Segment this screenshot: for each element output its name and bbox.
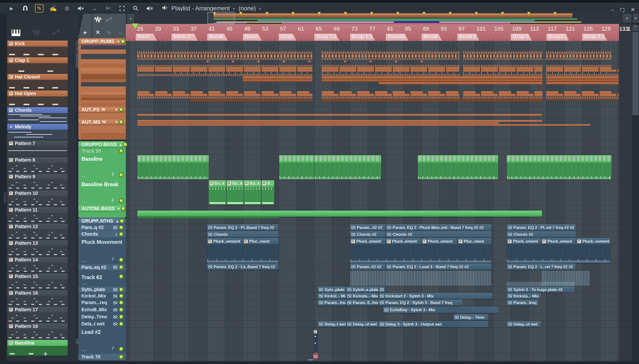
clip-chords[interactable]: Chords — [207, 231, 278, 238]
drum-clip-band[interactable] — [137, 67, 312, 70]
automation-preview-texture[interactable] — [351, 271, 491, 286]
track-mute-led[interactable] — [119, 232, 124, 236]
curve-icon[interactable]: ∿ — [107, 29, 111, 36]
track-header-aut-ms[interactable]: AUT..MS▾ — [78, 120, 126, 124]
drum-clip-band[interactable] — [322, 58, 459, 60]
track-mute-led[interactable] — [119, 107, 124, 112]
bassline-break-clip[interactable]: Ba..k — [209, 180, 226, 204]
clip-sytnh-3-to-huge-plate-2[interactable]: Sytnh 3 - To huge plate #2 — [507, 287, 575, 292]
timeline-marker-drop-2-3[interactable]: Drop 2.3 — [582, 34, 607, 40]
track-mute-led[interactable] — [123, 142, 128, 147]
timeline-bar-number[interactable]: 109 — [512, 26, 521, 32]
drum-clip-band[interactable] — [463, 94, 542, 96]
track-mute-led[interactable] — [121, 206, 126, 211]
drum-clip-band[interactable] — [137, 94, 312, 96]
track-header-chords[interactable]: Chords♪ — [78, 231, 126, 237]
clip-pluck-ement[interactable]: Pluck..ement — [422, 238, 457, 244]
timeline-marker-svuoto[interactable]: Svuoto — [386, 34, 409, 40]
timeline-bar-number[interactable]: 33 — [173, 26, 179, 32]
detach-arrow-icon[interactable]: ▶ — [8, 4, 16, 12]
timeline-bar-number[interactable]: 57 — [280, 26, 286, 32]
pattern-item-header[interactable]: Pattern 12 — [7, 224, 68, 230]
track-mute-led[interactable] — [119, 225, 124, 230]
bassline-break-clip[interactable]: Ba..k — [244, 180, 261, 204]
timeline-bar-number[interactable]: 85 — [405, 26, 411, 32]
timeline-bar-number[interactable]: 25 — [137, 26, 143, 32]
clip-pluck-ement[interactable]: Pluck..ement — [541, 238, 576, 244]
drum-clip-band[interactable] — [322, 54, 459, 58]
drum-clip-band[interactable] — [137, 74, 312, 76]
bassline-break-clip[interactable]: B.. — [262, 180, 274, 204]
track-mute-led[interactable] — [121, 39, 125, 44]
track-mute-led[interactable] — [119, 258, 124, 262]
pattern-item-header[interactable]: Bassline — [7, 340, 68, 346]
scrollbar-corner[interactable]: ▪ — [633, 14, 638, 22]
drum-clip-band[interactable] — [137, 122, 499, 124]
drum-clip-band[interactable] — [463, 52, 542, 54]
collapse-arrow-icon[interactable]: ▴ — [120, 142, 121, 147]
drum-clip-band[interactable] — [190, 99, 312, 100]
panel-drag-handle[interactable] — [4, 193, 6, 202]
clip-pluck-vement[interactable]: Pluck..vement — [576, 238, 610, 244]
track-mute-led[interactable] — [119, 355, 124, 359]
track-mute-led[interactable] — [119, 265, 124, 270]
clip-pluc-ment[interactable]: Pluc..ment — [243, 238, 278, 244]
bass-automation-bar-dark[interactable] — [137, 217, 279, 218]
drum-clip-band[interactable] — [546, 96, 618, 99]
pattern-item-header[interactable]: Pattern 15 — [7, 273, 68, 279]
collapse-arrow-icon[interactable]: ▴ — [116, 219, 118, 224]
pattern-item-header[interactable]: Pattern 11 — [7, 207, 68, 213]
drum-clip-band[interactable] — [137, 91, 312, 94]
select-tool-icon[interactable] — [118, 4, 126, 12]
drum-clip-band[interactable] — [322, 94, 459, 96]
pattern-item-header[interactable]: Pattern 10 — [7, 190, 68, 196]
h-arrows-icon[interactable]: ↔ — [118, 29, 123, 36]
clip-kicksta-mix[interactable]: Kicksta..- Mix — [346, 293, 378, 299]
clip-param-eq-2-le-band-7-freq-2[interactable]: Param. EQ 2 - Le..Band 7 freq #2 — [207, 264, 278, 270]
timeline-marker-break[interactable]: Break — [207, 34, 228, 40]
magnet-snap-icon[interactable] — [21, 4, 29, 12]
drum-clip-band[interactable] — [322, 79, 542, 82]
performance-icon[interactable] — [94, 16, 102, 24]
pattern-item-chords[interactable]: Chords — [7, 107, 68, 123]
drum-clip-band[interactable] — [137, 58, 312, 60]
pattern-item-header[interactable]: Chords — [7, 107, 68, 113]
clip-param-eq-2-pl-nd-7-freq-2-2[interactable]: Param. EQ 2 - Pl..nd 7 freq #2 #2 — [507, 224, 575, 231]
drum-clip-band[interactable] — [322, 99, 542, 100]
clip-pluck-ement[interactable]: Pluck..ement — [386, 238, 421, 244]
track-mute-led[interactable] — [119, 274, 124, 279]
timeline-bar-number[interactable]: 65 — [316, 26, 322, 32]
scroll-left-button[interactable]: ‹ — [127, 14, 134, 24]
clip-kickstart-2-sytnh-3-mix[interactable]: Kickstart 2 - Sytnh 3 - Mix — [379, 293, 493, 299]
track-header-kickst-mix[interactable]: Kickst..Mix — [78, 293, 126, 299]
timeline-bar-number[interactable]: 73 — [352, 26, 358, 32]
clip-param-2-2[interactable]: Param...#2 #2 — [350, 224, 385, 231]
drum-clip-band[interactable] — [175, 72, 312, 74]
drum-clip-band[interactable] — [322, 70, 459, 72]
drum-clip-band[interactable] — [322, 96, 459, 99]
drum-clip-band[interactable] — [322, 72, 459, 74]
track-header-sytn-plate[interactable]: Sytn..plate — [78, 287, 126, 292]
timeline-bar-number[interactable]: 121 — [566, 26, 575, 32]
drum-clip-band[interactable] — [344, 60, 437, 62]
timeline-bar-number[interactable]: 129 — [601, 26, 610, 32]
arrangement-name[interactable]: (none) — [238, 5, 256, 12]
drum-clip-band[interactable] — [137, 124, 590, 126]
drum-clip-band[interactable] — [243, 76, 312, 79]
clip-param-freq[interactable]: Param...freq — [507, 300, 538, 306]
pattern-clip-body[interactable] — [207, 244, 278, 264]
pattern-item-header[interactable]: Clap 1 — [7, 57, 68, 63]
drum-clip-band[interactable] — [463, 74, 542, 76]
clip-sytnh-e-plate[interactable]: Sytnh..e plate — [346, 287, 378, 292]
drum-clip-band[interactable] — [546, 99, 618, 100]
bassline-clip[interactable] — [279, 155, 314, 180]
drum-clip-band[interactable] — [546, 67, 611, 70]
timeline-marker-drop-1-3[interactable]: Drop 1.3 — [350, 34, 375, 40]
pattern-item-header[interactable]: Pattern 9 — [7, 174, 68, 180]
pattern-item-pattern-10[interactable]: Pattern 10 — [7, 190, 68, 206]
pattern-item-pattern-9[interactable]: Pattern 9 — [7, 174, 68, 189]
clip-param-eq-2-pl-band-7-freq-2[interactable]: Param. EQ 2 - Pl..Band 7 freq #2 — [207, 224, 278, 231]
track-header-para-q-2[interactable]: Para..q #2 — [78, 224, 126, 230]
track-header-echob-mix[interactable]: EchoB..Mix — [78, 306, 126, 313]
clip-param-eq-2-sytnh-3-band-7-freq[interactable]: Param. EQ 2 - Sytnh 3 - Band 7 freq — [379, 300, 463, 306]
